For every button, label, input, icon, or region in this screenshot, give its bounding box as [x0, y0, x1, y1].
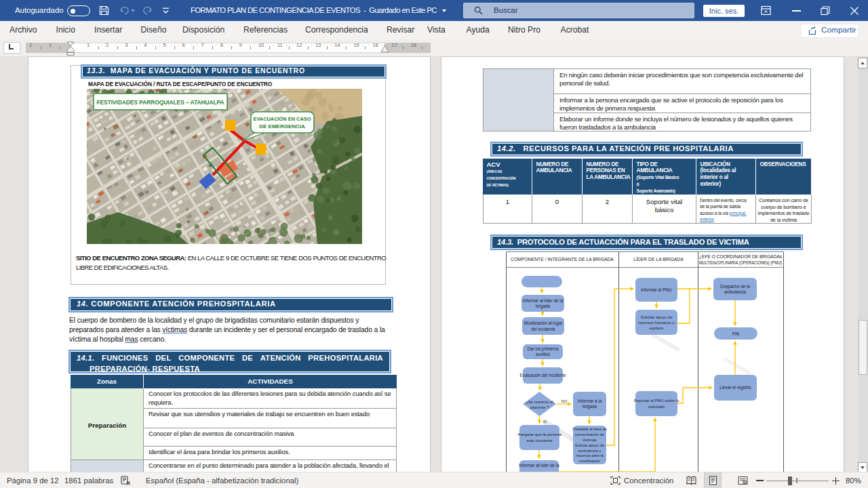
svg-text:este consiente: este consiente — [527, 439, 553, 443]
svg-text:Evaluación del incidente: Evaluación del incidente — [520, 373, 566, 378]
svg-text:Asegurar que la persona: Asegurar que la persona — [517, 432, 561, 436]
svg-text:Movilización al lugar: Movilización al lugar — [524, 321, 563, 326]
svg-text:solicitado: solicitado — [648, 405, 665, 409]
svg-text:Despacho de la: Despacho de la — [720, 284, 750, 289]
svg-text:ambulancia: ambulancia — [724, 289, 747, 294]
svg-text:brigada: brigada — [536, 304, 551, 309]
svg-text:EVACUACIÓN EN CASO: EVACUACIÓN EN CASO — [254, 116, 311, 122]
svg-text:¿EFE O COORDINADOR DE BRIGADAs: ¿EFE O COORDINADOR DE BRIGADAs — [699, 254, 783, 259]
svg-text:Dar los primeros: Dar los primeros — [527, 346, 558, 352]
svg-text:Informar a la: Informar a la — [578, 399, 602, 403]
svg-text:paciente ?: paciente ? — [530, 405, 549, 409]
svg-text:Informar al líder de la: Informar al líder de la — [523, 298, 564, 303]
svg-text:ambulancia o: ambulancia o — [578, 449, 601, 453]
svg-text:¿Se reanimo el: ¿Se reanimo el — [526, 400, 553, 404]
svg-text:LÍDER DE LA BRIGADA: LÍDER DE LA BRIGADA — [633, 256, 684, 262]
svg-text:Trasladar al área de: Trasladar al área de — [572, 427, 607, 431]
svg-text:equipos: equipos — [650, 326, 664, 330]
svg-text:brigada: brigada — [583, 404, 597, 409]
svg-text:recursos para la: recursos para la — [576, 453, 604, 458]
svg-text:MULTIDIsCIPLINARIA (OPERACIONE: MULTIDIsCIPLINARIA (OPERACIONEs) (PMU) — [699, 260, 782, 266]
svg-text:movilización: movilización — [579, 459, 600, 463]
svg-text:Informar al PMU: Informar al PMU — [641, 287, 672, 292]
svg-text:concentración de: concentración de — [575, 432, 604, 436]
svg-text:Informar al líder de la: Informar al líder de la — [519, 463, 559, 468]
svg-text:Llevar el registro: Llevar el registro — [719, 385, 751, 390]
svg-text:Solicita apoyo de: Solicita apoyo de — [575, 443, 604, 447]
svg-text:SI: SI — [543, 420, 547, 424]
svg-text:FIN: FIN — [732, 331, 740, 336]
svg-text:del incidente: del incidente — [531, 327, 555, 331]
svg-text:victimas: victimas — [583, 438, 597, 442]
svg-text:auxilios: auxilios — [536, 352, 550, 357]
svg-text:COMPONENTE / INTEGRANTE DE LA: COMPONENTE / INTEGRANTE DE LA BRIGADA — [511, 257, 614, 262]
svg-text:DE EMERGENCIA: DE EMERGENCIA — [259, 123, 305, 129]
svg-text:recursos humanos o: recursos humanos o — [638, 321, 675, 325]
svg-text:FESTIVIDADES PARROQUIALES – AT: FESTIVIDADES PARROQUIALES – ATAHUALPA — [97, 99, 224, 106]
svg-text:NO: NO — [561, 399, 568, 403]
svg-text:Reportar al PMU sobre lo: Reportar al PMU sobre lo — [634, 399, 679, 403]
svg-text:Solicitar apoyo de: Solicitar apoyo de — [641, 315, 673, 319]
